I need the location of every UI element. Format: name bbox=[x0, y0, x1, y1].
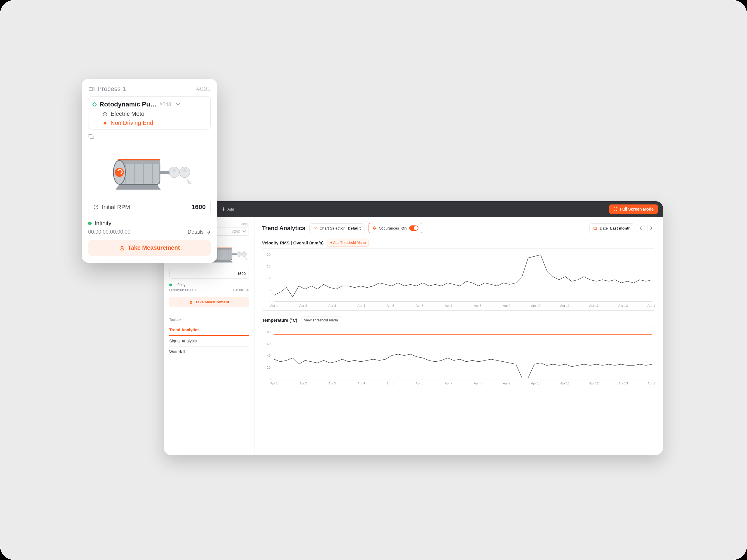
svg-text:Apr 1: Apr 1 bbox=[270, 381, 278, 385]
svg-text:Apr 9: Apr 9 bbox=[503, 304, 510, 308]
toolbox-item-trend[interactable]: Trend Analytics bbox=[169, 325, 249, 336]
svg-text:Apr 4: Apr 4 bbox=[357, 381, 365, 385]
chevron-left-icon bbox=[639, 226, 643, 230]
toolbox-item-signal[interactable]: Signal Analysis bbox=[169, 336, 249, 347]
svg-text:Apr 3: Apr 3 bbox=[328, 381, 336, 385]
svg-text:Apr 2: Apr 2 bbox=[300, 304, 307, 308]
arrow-right-icon bbox=[246, 289, 249, 292]
analytics-main: Trend Analytics Chart Selection Default … bbox=[254, 217, 663, 455]
temperature-plot[interactable]: 0 20 40 60 80 Apr 1Apr 2Apr 3Apr 4Apr 5A… bbox=[262, 326, 655, 388]
chevron-down-icon[interactable] bbox=[175, 102, 181, 107]
svg-text:Apr 14: Apr 14 bbox=[647, 381, 655, 385]
tap-icon bbox=[119, 245, 125, 251]
date-prev-button[interactable] bbox=[637, 224, 645, 232]
spark-icon bbox=[102, 121, 108, 126]
fullscreen-button[interactable]: Full Screen Mode bbox=[609, 205, 658, 214]
svg-text:20: 20 bbox=[267, 253, 271, 257]
rpm-value: 1600 bbox=[191, 203, 206, 211]
toolbox-heading: Toolbox bbox=[169, 318, 249, 322]
connection-status: Infinity bbox=[88, 220, 211, 226]
view-threshold-button[interactable]: View Threshold Alarm bbox=[301, 316, 341, 324]
svg-text:Apr 14: Apr 14 bbox=[647, 304, 655, 308]
svg-text:Apr 6: Apr 6 bbox=[415, 381, 423, 385]
date-value: Last month bbox=[610, 226, 630, 231]
fullscreen-icon bbox=[613, 207, 617, 211]
chart-selection-label: Chart Selection bbox=[319, 226, 345, 231]
tap-icon bbox=[189, 300, 193, 304]
expand-icon bbox=[88, 134, 94, 139]
svg-text:Apr 9: Apr 9 bbox=[503, 381, 510, 385]
take-measurement-button[interactable]: Take Measurement bbox=[169, 297, 249, 307]
take-label: Take Measurement bbox=[195, 300, 229, 304]
status-line: Infinity bbox=[169, 283, 249, 287]
equipment-detail-card: Process 1 #001 Rotodynamic Pu… #243 Elec… bbox=[82, 79, 217, 263]
equipment-id: #243 bbox=[160, 102, 171, 108]
status-text: Infinity bbox=[95, 220, 111, 226]
process-breadcrumb[interactable]: Process 1 bbox=[88, 85, 126, 93]
equipment-card[interactable]: Rotodynamic Pu… #243 Electric Motor Non … bbox=[88, 96, 211, 130]
initial-rpm-field[interactable]: Initial RPM 1600 bbox=[88, 199, 211, 215]
rpm-readout: 1600 bbox=[169, 269, 249, 278]
svg-text:Apr 11: Apr 11 bbox=[560, 304, 570, 308]
page-title: Trend Analytics bbox=[262, 225, 305, 232]
rpm-label: Initial RPM bbox=[102, 204, 130, 211]
svg-text:Apr 13: Apr 13 bbox=[618, 381, 628, 385]
timecode: 00:00:00:00:00:30 bbox=[169, 287, 198, 293]
velocity-chart: Velocity RMS | Overall (mm/s) + Add Thre… bbox=[262, 239, 655, 311]
svg-text:Apr 7: Apr 7 bbox=[445, 381, 452, 385]
status-dot-icon bbox=[88, 222, 92, 225]
add-label: Add bbox=[227, 207, 234, 211]
gauge-icon bbox=[93, 204, 99, 210]
status-text: Infinity bbox=[175, 283, 186, 287]
svg-text:Apr 10: Apr 10 bbox=[531, 381, 541, 385]
analytics-header-row: Trend Analytics Chart Selection Default … bbox=[262, 223, 655, 233]
svg-text:Apr 5: Apr 5 bbox=[387, 304, 394, 308]
velocity-chart-title: Velocity RMS | Overall (mm/s) bbox=[262, 240, 324, 245]
rpm-value: 1600 bbox=[237, 271, 246, 276]
chart-selection-chip[interactable]: Chart Selection Default bbox=[309, 223, 364, 233]
date-range-chip[interactable]: Date Last month bbox=[589, 223, 634, 233]
equipment-name: Rotodynamic Pu… bbox=[100, 101, 157, 108]
toolbox-item-waterfall[interactable]: Waterfall bbox=[169, 347, 249, 357]
svg-text:Apr 10: Apr 10 bbox=[531, 304, 541, 308]
expand-button[interactable] bbox=[88, 134, 211, 140]
temperature-chart-title: Temperature (°C) bbox=[262, 318, 297, 323]
add-threshold-button[interactable]: + Add Threshold Alarm bbox=[327, 239, 369, 247]
svg-text:4: 4 bbox=[269, 300, 271, 303]
arrow-right-icon bbox=[206, 230, 211, 235]
details-link[interactable]: Details bbox=[233, 288, 249, 292]
chart-selection-value: Default bbox=[348, 226, 361, 231]
dashboard-window: Rotodynamic… Process 1 Add Full Screen M… bbox=[164, 201, 663, 455]
occurrences-toggle[interactable] bbox=[409, 225, 418, 231]
svg-text:Apr 12: Apr 12 bbox=[589, 304, 599, 308]
svg-text:Apr 11: Apr 11 bbox=[560, 381, 570, 385]
take-measurement-button[interactable]: Take Measurement bbox=[88, 240, 211, 256]
svg-text:0: 0 bbox=[269, 377, 271, 381]
date-range-control: Date Last month bbox=[589, 223, 655, 233]
details-button[interactable]: Details bbox=[188, 229, 211, 235]
measurement-point-label: Non Driving End bbox=[110, 119, 153, 126]
camera-icon bbox=[88, 86, 95, 92]
svg-text:12: 12 bbox=[267, 276, 271, 280]
add-tab-button[interactable]: Add bbox=[218, 205, 237, 213]
process-hash: #001 bbox=[241, 222, 249, 226]
occurrences-chip[interactable]: Occurances On bbox=[368, 223, 422, 233]
svg-text:Apr 5: Apr 5 bbox=[387, 381, 394, 385]
svg-text:Apr 6: Apr 6 bbox=[415, 304, 423, 308]
svg-text:Apr 8: Apr 8 bbox=[474, 381, 482, 385]
chevron-down-icon bbox=[242, 230, 246, 234]
plus-icon bbox=[222, 207, 226, 211]
velocity-plot[interactable]: 4 8 12 16 20 Apr 1Apr 2Apr 3Apr 4Apr 5Ap… bbox=[262, 249, 655, 310]
details-label: Details bbox=[233, 288, 243, 292]
date-next-button[interactable] bbox=[647, 224, 655, 232]
svg-text:Apr 2: Apr 2 bbox=[300, 381, 307, 385]
svg-text:Apr 7: Apr 7 bbox=[445, 304, 452, 308]
fullscreen-label: Full Screen Mode bbox=[620, 207, 654, 211]
take-label: Take Measurement bbox=[128, 244, 180, 251]
details-label: Details bbox=[188, 229, 204, 235]
svg-text:40: 40 bbox=[267, 354, 271, 357]
svg-text:Apr 13: Apr 13 bbox=[618, 304, 628, 308]
calendar-icon bbox=[593, 226, 597, 230]
svg-text:20: 20 bbox=[267, 366, 271, 369]
chevron-right-icon bbox=[649, 226, 653, 230]
